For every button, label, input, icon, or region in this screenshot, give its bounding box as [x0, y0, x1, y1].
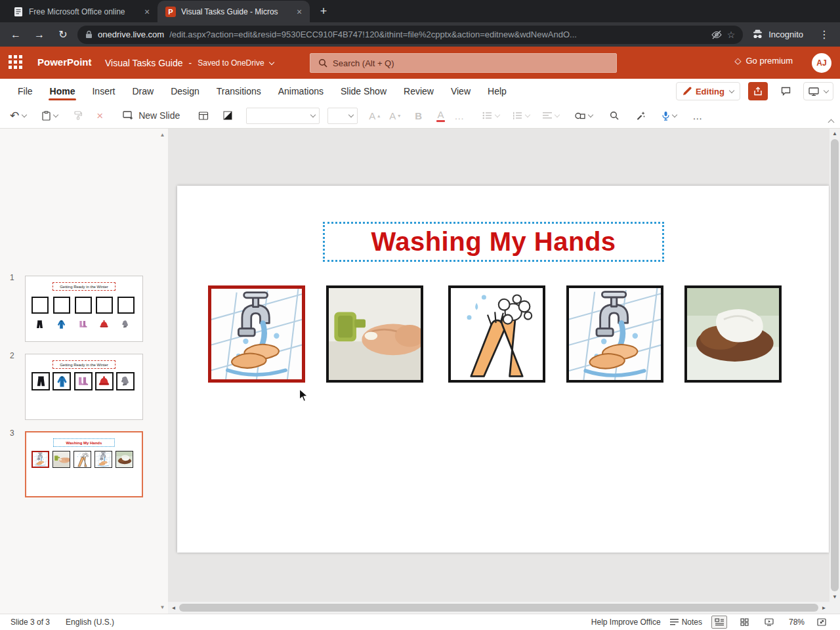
scroll-up-icon[interactable]: ▲: [830, 129, 840, 138]
normal-view-button[interactable]: [711, 616, 727, 629]
language-status[interactable]: English (U.S.): [66, 618, 114, 627]
horizontal-scroll-thumb[interactable]: [179, 604, 818, 612]
font-color-button[interactable]: A: [433, 106, 448, 125]
bullets-button[interactable]: [479, 106, 503, 125]
menu-insert[interactable]: Insert: [83, 79, 123, 103]
bold-button[interactable]: B: [411, 106, 425, 125]
screen: Free Microsoft Office online × P Visual …: [0, 0, 840, 630]
designer-button[interactable]: [633, 106, 648, 125]
panel-scrollbar[interactable]: ▲ ▼: [158, 129, 167, 613]
back-button[interactable]: ←: [7, 26, 25, 44]
slide-image-towel-drying[interactable]: [684, 285, 782, 383]
menu-animations[interactable]: Animations: [270, 79, 332, 103]
avatar[interactable]: AJ: [812, 53, 831, 73]
scroll-down-icon[interactable]: ▼: [160, 602, 165, 613]
incognito-label: Incognito: [768, 30, 803, 39]
new-tab-button[interactable]: +: [315, 3, 332, 20]
help-improve-link[interactable]: Help Improve Office: [591, 618, 661, 627]
present-button[interactable]: [803, 82, 833, 100]
zoom-level[interactable]: 78%: [786, 618, 805, 627]
microphone-icon: [662, 111, 669, 121]
browser-tab-office[interactable]: Free Microsoft Office online ×: [5, 1, 158, 22]
save-status[interactable]: Saved to OneDrive: [198, 58, 273, 68]
slideshow-icon: [765, 618, 774, 626]
align-button[interactable]: [539, 106, 562, 125]
app-launcher-button[interactable]: [7, 54, 26, 72]
bookmark-star-icon[interactable]: ☆: [727, 30, 736, 40]
slide-image-faucet-hands-2[interactable]: [566, 285, 663, 383]
menu-help[interactable]: Help: [479, 79, 515, 103]
layout-button[interactable]: [195, 106, 212, 125]
share-button[interactable]: [748, 82, 768, 100]
dictate-button[interactable]: [659, 106, 680, 125]
slide-image-faucet-hands-1[interactable]: [208, 285, 305, 383]
slide-canvas[interactable]: Washing My Hands: [177, 186, 829, 553]
menu-draw[interactable]: Draw: [123, 79, 162, 103]
slide-image-soap-dispenser[interactable]: [326, 285, 423, 383]
format-painter-button[interactable]: [70, 106, 85, 125]
editing-mode-button[interactable]: Editing: [676, 82, 740, 100]
menu-design[interactable]: Design: [162, 79, 208, 103]
new-slide-button[interactable]: New Slide: [119, 106, 183, 125]
browser-tab-bar: Free Microsoft Office online × P Visual …: [0, 0, 840, 22]
menu-review[interactable]: Review: [395, 79, 442, 103]
slide-sorter-view-button[interactable]: [736, 616, 752, 629]
menu-home[interactable]: Home: [41, 79, 84, 103]
browser-menu-button[interactable]: ⋮: [815, 26, 833, 44]
chevron-down-icon: [495, 112, 500, 117]
url-path: /edit.aspx?action=edit&resid=9530ECC910F…: [169, 30, 706, 39]
increase-font-size-button[interactable]: A▴: [366, 106, 383, 125]
url-bar[interactable]: onedrive.live.com /edit.aspx?action=edit…: [77, 26, 743, 44]
font-size-select[interactable]: [327, 108, 358, 124]
delete-button[interactable]: ×: [93, 106, 106, 125]
close-tab-icon[interactable]: ×: [142, 7, 152, 17]
hat-icon: [98, 375, 110, 388]
horizontal-scrollbar[interactable]: ◄ ►: [168, 602, 830, 614]
find-button[interactable]: [606, 106, 622, 125]
search-box[interactable]: [310, 53, 617, 73]
slide-thumbnail-2[interactable]: Getting Ready in the Winter: [25, 354, 143, 420]
vertical-scrollbar[interactable]: ▲ ▼: [830, 129, 840, 602]
menu-slide-show[interactable]: Slide Show: [332, 79, 395, 103]
slide-thumbnail-1[interactable]: Getting Ready in the Winter: [25, 276, 143, 342]
forward-button[interactable]: →: [30, 26, 49, 44]
scrollbar-corner: [830, 602, 840, 614]
more-font-options-button[interactable]: …: [451, 106, 467, 125]
undo-button[interactable]: ↶: [7, 106, 30, 125]
slide-title-box[interactable]: Washing My Hands: [323, 222, 664, 262]
numbering-button[interactable]: [509, 106, 533, 125]
go-premium-button[interactable]: ◇ Go premium: [734, 56, 793, 66]
font-family-select[interactable]: [246, 108, 320, 124]
slide-thumbnail-3-selected[interactable]: Washing My Hands: [25, 431, 143, 497]
scroll-down-icon[interactable]: ▼: [830, 592, 840, 602]
thumbnail-title-box: Washing My Hands: [53, 438, 115, 447]
more-commands-button[interactable]: …: [689, 106, 705, 125]
reload-button[interactable]: ↻: [54, 26, 72, 44]
decrease-font-size-button[interactable]: A▾: [386, 106, 404, 125]
menu-view[interactable]: View: [442, 79, 479, 103]
fit-slide-button[interactable]: [814, 616, 830, 629]
menu-file[interactable]: File: [9, 79, 41, 103]
search-input[interactable]: [333, 58, 608, 68]
chevron-down-icon: [310, 112, 316, 117]
powerpoint-header: PowerPoint Visual Tasks Guide - Saved to…: [0, 47, 840, 79]
powerpoint-favicon-icon: P: [165, 7, 176, 17]
browser-tab-powerpoint[interactable]: P Visual Tasks Guide - Micros ×: [158, 1, 310, 22]
slide-image-scrubbing-hands[interactable]: [448, 285, 545, 383]
scroll-left-icon[interactable]: ◄: [168, 605, 179, 611]
vertical-scroll-thumb[interactable]: [831, 139, 839, 591]
menu-transitions[interactable]: Transitions: [208, 79, 270, 103]
paste-button[interactable]: [39, 106, 61, 125]
collapse-ribbon-icon[interactable]: [828, 119, 835, 126]
scroll-up-icon[interactable]: ▲: [160, 129, 165, 140]
document-title[interactable]: Visual Tasks Guide: [105, 58, 183, 68]
comments-button[interactable]: [776, 82, 795, 100]
slideshow-view-button[interactable]: [761, 616, 777, 629]
contrast-square-button[interactable]: [220, 106, 236, 125]
magic-wand-icon: [636, 111, 645, 120]
scroll-right-icon[interactable]: ►: [818, 605, 830, 611]
eye-blocked-icon[interactable]: [711, 30, 722, 39]
close-tab-icon[interactable]: ×: [294, 7, 304, 17]
shapes-button[interactable]: [572, 106, 596, 125]
notes-toggle[interactable]: Notes: [670, 618, 702, 627]
